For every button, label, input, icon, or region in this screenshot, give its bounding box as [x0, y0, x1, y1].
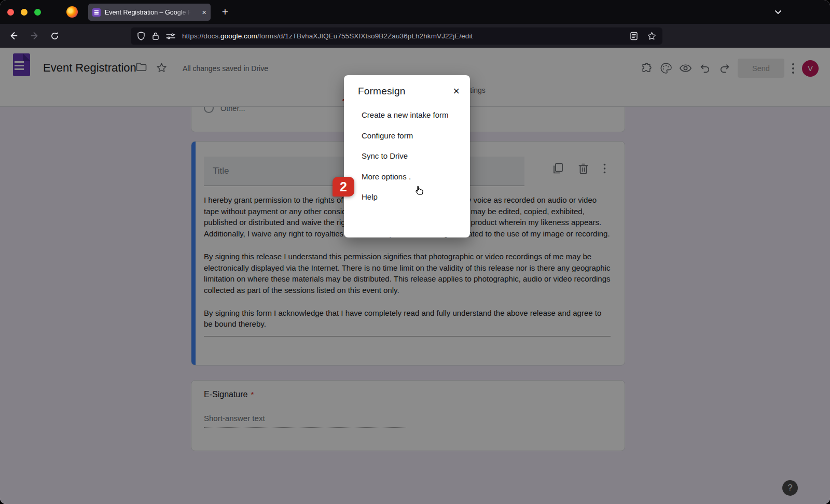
tab-close-icon[interactable]: ×: [202, 8, 206, 17]
zoom-window-button[interactable]: [34, 9, 41, 16]
browser-tab[interactable]: Event Registration – Google For ×: [88, 4, 211, 21]
step-badge: 2: [333, 177, 354, 197]
google-forms-favicon: [92, 8, 101, 17]
menu-item-sync-to-drive[interactable]: Sync to Drive: [362, 151, 460, 160]
dialog-close-icon[interactable]: ×: [453, 86, 460, 97]
browser-toolbar: https://docs.google.com/forms/d/1zTBvhaX…: [0, 24, 830, 48]
url-bar[interactable]: https://docs.google.com/forms/d/1zTBvhaX…: [131, 27, 662, 45]
url-scheme: https://docs.: [182, 32, 220, 40]
tracking-shield-icon[interactable]: [137, 32, 145, 40]
url-text[interactable]: https://docs.google.com/forms/d/1zTBvhaX…: [182, 32, 625, 40]
lock-icon[interactable]: [152, 32, 159, 40]
forward-button[interactable]: [26, 28, 42, 44]
browser-tab-bar: Event Registration – Google For × +: [0, 0, 830, 24]
permissions-sliders-icon[interactable]: [166, 33, 175, 40]
close-window-button[interactable]: [7, 9, 14, 16]
bookmark-star-icon[interactable]: [647, 32, 656, 40]
tab-title: Event Registration – Google For: [105, 9, 191, 16]
list-tabs-chevron-icon[interactable]: [771, 5, 785, 19]
menu-item-more-options[interactable]: More options .: [362, 172, 460, 181]
firefox-icon: [66, 6, 78, 18]
menu-item-create-intake-form[interactable]: Create a new intake form: [362, 110, 460, 119]
minimize-window-button[interactable]: [21, 9, 27, 16]
url-path: /forms/d/1zTBvhaXJIQEu755SXIXtso9B2Zau36…: [257, 32, 473, 40]
browser-window: Event Registration – Google For × +: [0, 0, 830, 504]
dialog-title: Formesign: [358, 86, 406, 97]
back-button[interactable]: [6, 28, 22, 44]
hand-cursor-icon: [413, 185, 425, 196]
url-domain: google.com: [220, 32, 257, 40]
reader-mode-icon[interactable]: [630, 32, 638, 40]
window-controls: [7, 9, 41, 16]
menu-item-configure-form[interactable]: Configure form: [362, 131, 460, 140]
new-tab-button[interactable]: +: [218, 5, 232, 19]
menu-item-help[interactable]: Help: [362, 192, 460, 201]
reload-button[interactable]: [47, 28, 62, 44]
formesign-dialog: Formesign × Create a new intake form Con…: [344, 75, 470, 237]
